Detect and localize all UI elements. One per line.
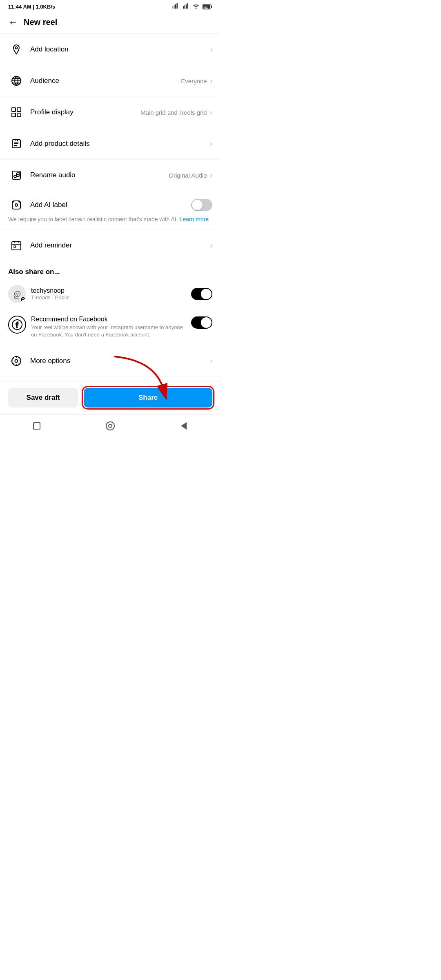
facebook-icon: [8, 316, 26, 334]
nav-back-icon[interactable]: [178, 420, 189, 432]
calendar-icon: [8, 237, 24, 254]
add-reminder-chevron: ›: [210, 242, 212, 249]
profile-display-content: Profile display: [30, 108, 140, 116]
threads-content: techysnoop Threads · Public: [31, 287, 191, 301]
facebook-content: Recommend on Facebook Your reel will be …: [31, 316, 186, 339]
add-product-details-content: Add product details: [30, 140, 210, 148]
more-options-label: More options: [30, 357, 70, 365]
ai-label-toggle[interactable]: [191, 199, 212, 211]
product-icon: [8, 136, 24, 152]
audio-icon: [8, 167, 24, 183]
svg-point-30: [15, 359, 18, 362]
status-bar: 11:44 AM | 1.0KB/s: [0, 0, 220, 12]
ai-label-top: Add AI label: [8, 197, 212, 213]
back-button[interactable]: ←: [8, 16, 18, 28]
nav-home-icon[interactable]: [31, 420, 42, 432]
threads-toggle[interactable]: [191, 288, 212, 300]
svg-point-21: [17, 174, 19, 177]
page-title: New reel: [24, 18, 57, 27]
svg-text:81: 81: [204, 6, 208, 9]
more-options-item[interactable]: More options ›: [0, 345, 220, 377]
profile-display-right: Main grid and Reels grid ›: [140, 109, 212, 116]
ai-label-icon: [8, 197, 24, 213]
add-reminder-label: Add reminder: [30, 241, 72, 249]
ai-label-item: Add AI label We require you to label cer…: [0, 191, 220, 230]
audience-chevron: ›: [210, 77, 212, 85]
rename-audio-chevron: ›: [210, 172, 212, 179]
profile-display-label: Profile display: [30, 108, 74, 116]
svg-rect-15: [17, 108, 21, 111]
facebook-description: Your reel will be shown with your Instag…: [31, 324, 186, 339]
also-share-header: Also share on...: [0, 261, 220, 279]
add-reminder-content: Add reminder: [30, 241, 210, 249]
rename-audio-item[interactable]: Rename audio Original Audio ›: [0, 160, 220, 191]
profile-display-chevron: ›: [210, 109, 212, 116]
add-reminder-item[interactable]: Add reminder ›: [0, 230, 220, 261]
ai-label-desc: We require you to label certain realisti…: [8, 216, 212, 224]
profile-display-item[interactable]: Profile display Main grid and Reels grid…: [0, 97, 220, 128]
audience-item[interactable]: Audience Everyone ›: [0, 65, 220, 97]
svg-rect-14: [12, 108, 16, 111]
status-time: 11:44 AM | 1.0KB/s: [8, 4, 55, 10]
svg-point-33: [106, 422, 114, 430]
nav-circle-icon[interactable]: [105, 420, 116, 432]
svg-point-12: [16, 47, 18, 49]
threads-sub: Threads · Public: [31, 294, 191, 301]
rename-audio-value: Original Audio: [169, 172, 207, 179]
svg-rect-7: [187, 3, 189, 9]
svg-rect-6: [186, 4, 187, 9]
more-options-chevron: ›: [210, 357, 212, 365]
svg-point-23: [15, 204, 18, 206]
svg-rect-4: [183, 6, 184, 9]
signal-icon: [172, 3, 179, 10]
audience-icon: [8, 73, 24, 89]
battery-icon: 81: [203, 4, 212, 9]
facebook-toggle[interactable]: [191, 316, 212, 329]
toggle-knob: [192, 200, 203, 210]
svg-rect-5: [185, 5, 186, 9]
add-product-details-right: ›: [210, 140, 212, 147]
settings-icon: [8, 353, 24, 369]
facebook-name: Recommend on Facebook: [31, 316, 186, 323]
audience-content: Audience: [30, 77, 181, 85]
svg-rect-9: [211, 5, 212, 8]
add-location-label: Add location: [30, 45, 69, 53]
threads-share-item: @ techysnoop Threads · Public: [0, 279, 220, 309]
svg-rect-0: [172, 6, 174, 9]
svg-rect-17: [17, 113, 21, 117]
audience-value: Everyone: [181, 78, 207, 85]
more-options-content: More options: [30, 357, 210, 365]
add-product-details-item[interactable]: Add product details ›: [0, 128, 220, 160]
status-right: 81: [172, 3, 212, 10]
save-draft-button[interactable]: Save draft: [8, 388, 78, 408]
svg-rect-16: [12, 113, 16, 117]
audience-label: Audience: [30, 77, 59, 85]
wifi-icon: [193, 4, 199, 10]
rename-audio-label: Rename audio: [30, 171, 76, 179]
svg-text:@: @: [13, 290, 21, 299]
rename-audio-right: Original Audio ›: [169, 172, 212, 179]
bottom-bar: Save draft Share: [0, 381, 220, 414]
rename-audio-content: Rename audio: [30, 171, 169, 179]
svg-rect-3: [177, 3, 178, 9]
add-location-item[interactable]: Add location ›: [0, 34, 220, 65]
page-header: ← New reel: [0, 12, 220, 34]
ai-label-learn-more[interactable]: Learn more: [180, 216, 209, 223]
more-options-right: ›: [210, 357, 212, 365]
add-location-content: Add location: [30, 45, 210, 53]
add-product-details-label: Add product details: [30, 140, 90, 147]
svg-point-34: [109, 424, 112, 428]
svg-rect-32: [33, 423, 40, 429]
share-button[interactable]: Share: [84, 388, 212, 408]
svg-marker-35: [181, 422, 187, 430]
facebook-share-item: Recommend on Facebook Your reel will be …: [0, 309, 220, 345]
add-product-details-chevron: ›: [210, 140, 212, 147]
svg-rect-2: [175, 4, 176, 9]
threads-name: techysnoop: [31, 287, 191, 294]
location-icon: [8, 41, 24, 58]
add-location-right: ›: [210, 46, 212, 53]
nav-bar: [0, 414, 220, 439]
svg-rect-25: [14, 246, 16, 247]
threads-toggle-knob: [201, 289, 212, 299]
facebook-toggle-knob: [201, 317, 212, 328]
